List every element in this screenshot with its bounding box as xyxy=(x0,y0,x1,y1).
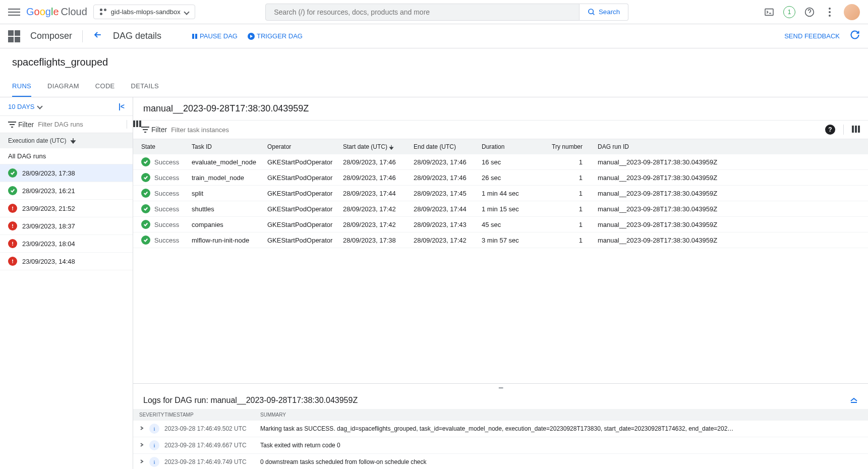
tab-runs[interactable]: RUNS xyxy=(12,76,31,97)
collapse-panel-icon[interactable]: |< xyxy=(119,102,125,110)
task-row[interactable]: Success evaluate_model_node GKEStartPodO… xyxy=(133,154,868,170)
log-row[interactable]: i 2023-09-28 17:46:49.502 UTC Marking ta… xyxy=(133,421,868,437)
log-summary: Marking task as SUCCESS. dag_id=spacefli… xyxy=(260,425,862,432)
back-arrow-icon[interactable] xyxy=(93,30,103,42)
log-summary: Task exited with return code 0 xyxy=(260,442,862,449)
task-operator: GKEStartPodOperator xyxy=(267,174,343,182)
task-duration: 1 min 15 sec xyxy=(482,205,547,213)
tab-details[interactable]: DETAILS xyxy=(131,76,159,97)
log-row[interactable]: i 2023-09-28 17:46:49.749 UTC 0 downstre… xyxy=(133,454,868,469)
logs-collapse-icon[interactable] xyxy=(850,396,858,405)
filter-icon: Filter xyxy=(8,121,34,129)
svg-rect-24 xyxy=(141,127,149,128)
refresh-icon[interactable] xyxy=(850,30,860,42)
project-selector[interactable]: gid-labs-mlops-sandbox xyxy=(93,5,195,19)
task-state: Success xyxy=(154,174,179,182)
tabs: RUNS DIAGRAM CODE DETAILS xyxy=(0,76,868,97)
task-row[interactable]: Success shuttles GKEStartPodOperator 28/… xyxy=(133,201,868,217)
svg-rect-10 xyxy=(8,122,16,123)
filter-tasks-input[interactable] xyxy=(171,126,821,134)
task-id: evaluate_model_node xyxy=(192,158,267,166)
task-end: 28/09/2023, 17:46 xyxy=(414,174,482,182)
send-feedback-button[interactable]: Send feedback xyxy=(784,32,840,40)
task-table-header: State Task ID Operator Start date (UTC) … xyxy=(133,139,868,154)
svg-line-1 xyxy=(593,13,594,15)
run-row[interactable]: 23/09/2023, 21:52 xyxy=(0,200,133,217)
logs-header-row: SEVERITY TIMESTAMP SUMMARY xyxy=(133,409,868,421)
task-state: Success xyxy=(154,158,179,166)
svg-rect-26 xyxy=(144,132,146,133)
filter-runs-input[interactable] xyxy=(38,121,123,128)
success-icon xyxy=(141,189,150,198)
task-row[interactable]: Success split GKEStartPodOperator 28/09/… xyxy=(133,186,868,201)
sort-down-icon[interactable] xyxy=(389,145,394,150)
run-row[interactable]: 23/09/2023, 18:37 xyxy=(0,217,133,235)
svg-rect-17 xyxy=(12,209,13,210)
all-dag-runs-row[interactable]: All DAG runs xyxy=(0,148,133,164)
task-duration: 3 min 57 sec xyxy=(482,237,547,244)
success-icon xyxy=(8,186,17,195)
run-row[interactable]: 23/09/2023, 14:48 xyxy=(0,253,133,270)
task-row[interactable]: Success companies GKEStartPodOperator 28… xyxy=(133,217,868,232)
content-header: spaceflights_grouped xyxy=(0,48,868,68)
pause-dag-button[interactable]: Pause DAG xyxy=(192,32,238,40)
success-icon xyxy=(141,173,150,182)
task-duration: 16 sec xyxy=(482,158,547,166)
gcp-logo[interactable]: Google Cloud xyxy=(26,6,87,18)
svg-rect-20 xyxy=(12,242,13,244)
svg-point-5 xyxy=(829,11,831,13)
info-icon: i xyxy=(149,440,159,450)
run-date: 28/09/2023, 17:38 xyxy=(22,169,75,177)
info-icon: i xyxy=(149,424,159,434)
cloud-shell-icon[interactable] xyxy=(763,6,775,18)
pause-icon xyxy=(192,33,198,39)
tab-diagram[interactable]: DIAGRAM xyxy=(47,76,79,97)
search-container: Search xyxy=(265,4,628,21)
help-icon[interactable] xyxy=(803,6,816,18)
tab-code[interactable]: CODE xyxy=(95,76,115,97)
run-date: 23/09/2023, 14:48 xyxy=(22,258,75,265)
info-icon: i xyxy=(149,457,159,467)
log-timestamp: 2023-09-28 17:46:49.749 UTC xyxy=(164,458,260,465)
chevron-down-icon xyxy=(184,9,189,15)
run-row[interactable]: 23/09/2023, 18:04 xyxy=(0,235,133,253)
search-button[interactable]: Search xyxy=(580,4,628,21)
trigger-dag-button[interactable]: Trigger DAG xyxy=(248,32,303,40)
success-icon xyxy=(141,204,150,213)
sort-down-icon[interactable] xyxy=(70,138,76,144)
search-input[interactable] xyxy=(265,4,580,21)
task-try: 1 xyxy=(547,158,583,166)
date-range-dropdown[interactable]: 10 DAYS xyxy=(8,103,42,110)
task-dagrun: manual__2023-09-28T17:38:30.043959Z xyxy=(583,237,860,244)
svg-rect-29 xyxy=(858,126,860,133)
hamburger-icon[interactable] xyxy=(8,6,20,18)
svg-rect-19 xyxy=(12,227,13,228)
expand-icon[interactable] xyxy=(139,442,149,449)
help-circle-icon[interactable]: ? xyxy=(825,125,835,135)
run-row[interactable]: 28/09/2023, 17:38 xyxy=(0,164,133,182)
expand-icon[interactable] xyxy=(139,425,149,432)
task-dagrun: manual__2023-09-28T17:38:30.043959Z xyxy=(583,221,860,228)
success-icon xyxy=(141,220,150,229)
columns-icon[interactable] xyxy=(852,126,860,134)
expand-icon[interactable] xyxy=(139,458,149,465)
run-date: 23/09/2023, 18:04 xyxy=(22,240,75,248)
logs-resize-handle[interactable]: ━ xyxy=(133,384,868,392)
notifications-badge[interactable]: 1 xyxy=(783,6,795,18)
task-operator: GKEStartPodOperator xyxy=(267,190,343,197)
more-icon[interactable] xyxy=(824,6,836,18)
run-row[interactable]: 28/09/2023, 16:21 xyxy=(0,182,133,200)
task-try: 1 xyxy=(547,221,583,228)
task-state: Success xyxy=(154,190,179,197)
logs-title: Logs for DAG run: manual__2023-09-28T17:… xyxy=(143,396,358,405)
task-dagrun: manual__2023-09-28T17:38:30.043959Z xyxy=(583,158,860,166)
task-row[interactable]: Success train_model_node GKEStartPodOper… xyxy=(133,170,868,186)
task-row[interactable]: Success mlflow-run-init-node GKEStartPod… xyxy=(133,232,868,248)
run-date: 23/09/2023, 21:52 xyxy=(22,205,75,212)
task-end: 28/09/2023, 17:46 xyxy=(414,158,482,166)
task-start: 28/09/2023, 17:46 xyxy=(343,158,414,166)
error-icon xyxy=(8,239,17,248)
avatar[interactable] xyxy=(844,4,860,20)
log-row[interactable]: i 2023-09-28 17:46:49.667 UTC Task exite… xyxy=(133,437,868,454)
task-end: 28/09/2023, 17:45 xyxy=(414,190,482,197)
